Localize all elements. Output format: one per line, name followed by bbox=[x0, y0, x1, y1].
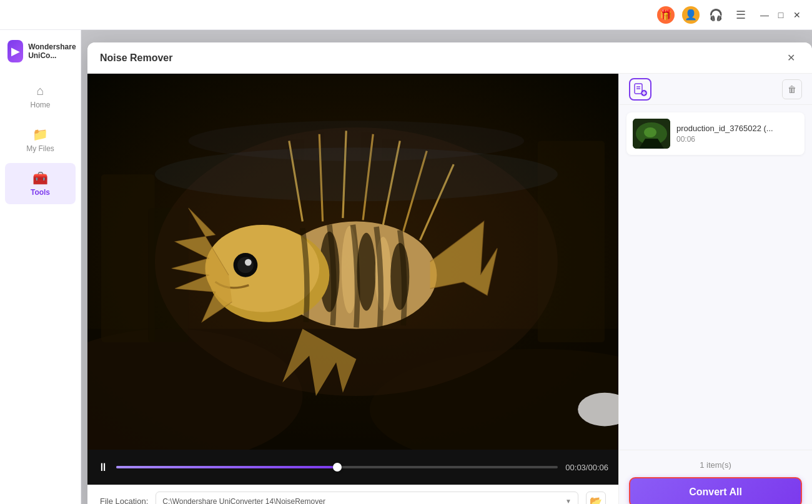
menu-icon[interactable]: ☰ bbox=[732, 6, 750, 24]
title-bar: 🎁 👤 🎧 ☰ — □ ✕ bbox=[0, 0, 812, 30]
modal-header: Noise Remover ✕ bbox=[87, 42, 812, 74]
modal-close-button[interactable]: ✕ bbox=[782, 49, 800, 67]
tools-icon: 🧰 bbox=[32, 170, 48, 185]
app-logo: ▶ bbox=[7, 40, 23, 62]
pause-button[interactable]: ⏸ bbox=[97, 461, 109, 474]
dropdown-arrow-icon: ▼ bbox=[565, 498, 572, 504]
main-content: ...tection ...lly detect...tions and spl… bbox=[81, 30, 812, 504]
progress-fill bbox=[116, 466, 337, 468]
logo-area: ▶ Wondershare UniCo... bbox=[0, 40, 90, 75]
progress-bar[interactable] bbox=[116, 466, 558, 468]
svg-point-37 bbox=[644, 127, 656, 137]
home-icon: ⌂ bbox=[36, 84, 44, 98]
video-frame bbox=[87, 74, 618, 450]
delete-button[interactable]: 🗑 bbox=[782, 79, 802, 99]
add-file-icon bbox=[633, 82, 647, 96]
file-location-input[interactable]: C:\Wondershare UniConverter 14\NoiseRemo… bbox=[156, 492, 578, 505]
headset-icon[interactable]: 🎧 bbox=[707, 6, 725, 24]
file-thumbnail bbox=[633, 119, 670, 149]
modal-title: Noise Remover bbox=[100, 52, 173, 64]
title-bar-icons: 🎁 👤 🎧 ☰ bbox=[657, 6, 750, 24]
home-label: Home bbox=[30, 101, 50, 109]
myfiles-label: My Files bbox=[26, 144, 54, 153]
gift-icon[interactable]: 🎁 bbox=[657, 6, 675, 24]
file-location-label: File Location: bbox=[100, 497, 148, 504]
file-duration: 00:06 bbox=[676, 135, 798, 144]
app-name: Wondershare UniCo... bbox=[28, 42, 82, 61]
tools-label: Tools bbox=[31, 188, 50, 197]
time-display: 00:03/00:06 bbox=[565, 463, 608, 472]
add-file-button[interactable] bbox=[629, 78, 651, 101]
convert-all-label: Convert All bbox=[689, 487, 742, 498]
modal-body: ⏸ 00:03/00:06 File Location: C:\Wondersh… bbox=[87, 74, 812, 504]
video-controls: ⏸ 00:03/00:06 bbox=[87, 450, 618, 485]
close-button[interactable]: ✕ bbox=[792, 10, 802, 20]
file-info: production_id_3765022 (... 00:06 bbox=[676, 124, 798, 144]
file-location-bar: File Location: C:\Wondershare UniConvert… bbox=[87, 485, 618, 504]
sidebar-item-home[interactable]: ⌂ Home bbox=[5, 76, 76, 117]
user-icon[interactable]: 👤 bbox=[682, 6, 700, 24]
noise-remover-modal: Noise Remover ✕ bbox=[87, 42, 812, 504]
sidebar-item-myfiles[interactable]: 📁 My Files bbox=[5, 119, 76, 161]
svg-point-28 bbox=[189, 121, 525, 161]
file-name: production_id_3765022 (... bbox=[676, 124, 798, 133]
video-display bbox=[87, 74, 618, 450]
sidebar-item-tools[interactable]: 🧰 Tools bbox=[5, 163, 76, 204]
convert-all-button[interactable]: Convert All bbox=[629, 477, 802, 504]
file-list: production_id_3765022 (... 00:06 bbox=[619, 105, 812, 450]
sidebar: ▶ Wondershare UniCo... ⌂ Home 📁 My Files… bbox=[0, 30, 81, 504]
video-area: ⏸ 00:03/00:06 File Location: C:\Wondersh… bbox=[87, 74, 618, 504]
window-controls: — □ ✕ bbox=[760, 10, 802, 20]
items-count: 1 item(s) bbox=[629, 460, 802, 470]
svg-rect-4 bbox=[101, 174, 155, 342]
modal-overlay: Noise Remover ✕ bbox=[81, 30, 812, 504]
file-location-path: C:\Wondershare UniConverter 14\NoiseRemo… bbox=[162, 497, 325, 505]
svg-point-17 bbox=[237, 257, 254, 273]
folder-button[interactable]: 📂 bbox=[586, 492, 606, 505]
myfiles-icon: 📁 bbox=[32, 127, 48, 142]
maximize-button[interactable]: □ bbox=[776, 10, 786, 20]
svg-point-18 bbox=[245, 259, 252, 266]
file-item[interactable]: production_id_3765022 (... 00:06 bbox=[626, 112, 805, 155]
modal-right-header: 🗑 bbox=[619, 74, 812, 105]
progress-thumb bbox=[333, 463, 342, 472]
modal-right-footer: 1 item(s) Convert All bbox=[619, 450, 812, 504]
modal-right-panel: 🗑 bbox=[618, 74, 812, 504]
minimize-button[interactable]: — bbox=[760, 10, 770, 20]
